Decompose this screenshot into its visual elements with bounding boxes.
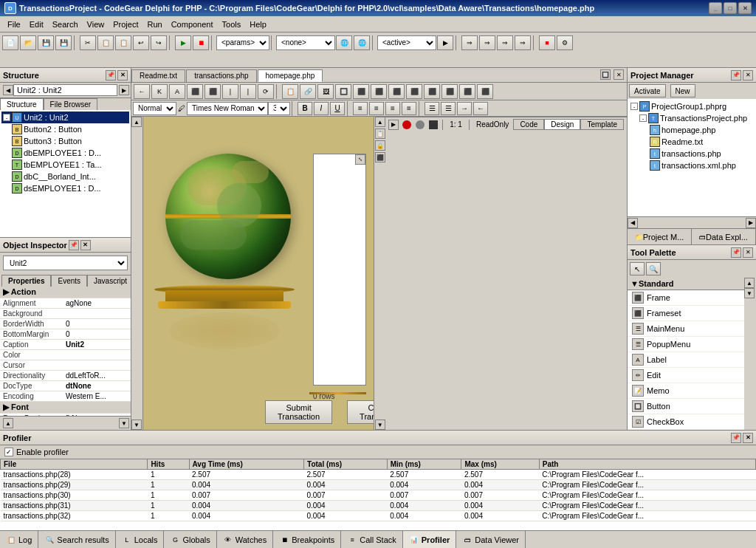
tp-item-frame[interactable]: ⬛ Frame (628, 290, 744, 306)
tp-item-label[interactable]: A Label (628, 352, 744, 368)
tb-debug1[interactable]: ⇒ (461, 35, 478, 50)
pm-tab-data-explorer[interactable]: 🗃 Data Expl... (692, 229, 756, 244)
menu-tools[interactable]: Tools (218, 18, 246, 30)
minimize-button[interactable]: _ (709, 2, 722, 14)
underline-btn[interactable]: U (330, 102, 345, 115)
right-scroll-icon3[interactable]: ⬛ (375, 152, 385, 162)
prop-value-directionality[interactable]: ddLeftToR... (63, 371, 131, 381)
structure-pin-btn[interactable]: 📌 (106, 70, 116, 81)
prop-value-cursor[interactable] (63, 360, 131, 371)
fmt-tb-btn4[interactable]: ⬛ (187, 84, 203, 99)
cancel-transaction-btn[interactable]: Cancel Transaction (347, 400, 374, 424)
prop-value-color[interactable] (63, 350, 131, 360)
props-nav-down[interactable]: ▼ (119, 418, 129, 428)
tree-item-dbc-borland[interactable]: D dbC__Borland_Int... (1, 171, 129, 182)
right-scroll-down[interactable]: ▼ (375, 419, 385, 430)
content-area-box[interactable]: ⤡ (313, 154, 366, 386)
tb-debug3[interactable]: ⇒ (497, 35, 513, 50)
tb-undo[interactable]: ↩ (133, 35, 149, 50)
right-scroll-up[interactable]: ▲ (375, 117, 385, 127)
bottom-tab-locals[interactable]: L Locals (116, 531, 165, 548)
tab-javascript[interactable]: Javascript (87, 275, 131, 287)
pm-tab-project[interactable]: 📁 Project M... (628, 229, 692, 244)
tp-item-mainmenu[interactable]: ☰ MainMenu (628, 321, 744, 337)
bottom-tab-globals[interactable]: G Globals (164, 531, 216, 548)
tree-item-unit2[interactable]: - U Unit2 : Unit2 (1, 112, 129, 123)
maximize-button[interactable]: □ (724, 2, 737, 14)
tb-stop[interactable]: ⏹ (193, 35, 209, 50)
pm-item-transactionsproject[interactable]: - T TransactionsProject.php (629, 112, 755, 124)
tree-item-button3[interactable]: B Button3 : Button (1, 135, 129, 147)
font-select[interactable]: Times New Roman (187, 102, 268, 115)
format-select[interactable]: Normal (133, 102, 176, 115)
bottom-tab-dataviewer[interactable]: 🗃 Data Viewer (456, 531, 526, 548)
resize-handle[interactable]: ⤡ (355, 154, 365, 165)
fmt-tb-btn14[interactable]: ⬛ (371, 84, 387, 99)
pm-expand-projectgroup[interactable]: - (630, 103, 638, 110)
pm-scroll-left[interactable]: ◀ (628, 218, 638, 228)
fmt-tb-btn8[interactable]: ⟳ (258, 84, 274, 99)
tp-scroll-down[interactable]: ▼ (744, 288, 755, 298)
pm-close-btn[interactable]: ✕ (743, 70, 753, 81)
numlist-btn[interactable]: ☰ (441, 102, 456, 115)
align-justify-btn[interactable]: ≡ (402, 102, 416, 115)
active-combo[interactable]: <active> (377, 35, 436, 50)
tab-readme[interactable]: Readme.txt (131, 69, 185, 82)
tp-close-btn[interactable]: ✕ (743, 247, 753, 258)
fmt-tb-btn11[interactable]: 🖼 (317, 84, 334, 99)
prop-directionality[interactable]: Directionality ddLeftToR... (0, 371, 131, 381)
tab-design[interactable]: Design (544, 119, 580, 130)
tb-debug2[interactable]: ⇒ (479, 35, 495, 50)
prop-value-encoding[interactable]: Western E... (63, 391, 131, 402)
fmt-tb-btn5[interactable]: ⬛ (205, 84, 221, 99)
scroll-down-btn[interactable]: ▼ (131, 419, 142, 430)
prop-bottommargin[interactable]: BottomMargin 0 (0, 329, 131, 340)
fmt-tb-btn20[interactable]: ⬛ (477, 84, 493, 99)
fmt-tb-btn12[interactable]: 🔲 (335, 84, 351, 99)
menu-help[interactable]: Help (245, 18, 271, 30)
tb-go[interactable]: ▶ (437, 35, 453, 50)
fmt-tb-btn10[interactable]: 🔗 (300, 84, 316, 99)
fmt-tb-btn16[interactable]: ⬛ (406, 84, 422, 99)
object-select[interactable]: Unit2 (3, 256, 128, 270)
prop-doctype[interactable]: DocType dtNone (0, 381, 131, 391)
tree-item-dbemployee1[interactable]: D dbEMPLOYEE1 : D... (1, 147, 129, 159)
align-left-btn[interactable]: ≡ (353, 102, 368, 115)
tp-item-popupmenu[interactable]: ☰ PopupMenu (628, 337, 744, 352)
tab-homepage[interactable]: homepage.php (258, 69, 323, 82)
tp-pin-btn[interactable]: 📌 (731, 247, 741, 258)
outdent-btn[interactable]: ← (473, 102, 488, 115)
menu-search[interactable]: Search (48, 18, 83, 30)
tb-run[interactable]: ▶ (175, 35, 191, 50)
fmt-tb-btn1[interactable]: ← (134, 84, 150, 99)
list-btn[interactable]: ☰ (425, 102, 439, 115)
prop-value-bottommargin[interactable]: 0 (63, 329, 131, 340)
indent-btn[interactable]: → (457, 102, 472, 115)
prop-encoding[interactable]: Encoding Western E... (0, 391, 131, 402)
tb-redo[interactable]: ↪ (151, 35, 167, 50)
fmt-tb-btn15[interactable]: ⬛ (388, 84, 405, 99)
menu-file[interactable]: File (3, 18, 25, 30)
prop-caption[interactable]: Caption Unit2 (0, 340, 131, 350)
prop-value-background[interactable] (63, 309, 131, 319)
prop-cursor[interactable]: Cursor (0, 360, 131, 371)
tb-copy[interactable]: 📋 (97, 35, 114, 50)
tree-item-tbemployee1[interactable]: T tbEMPLOYEE1 : Ta... (1, 159, 129, 171)
bottom-tab-log[interactable]: 📋 Log (0, 531, 38, 548)
tb-debug4[interactable]: ⇒ (515, 35, 531, 50)
pm-item-readme[interactable]: R Readme.txt (629, 136, 755, 148)
none-combo[interactable]: <none> (276, 35, 335, 50)
tab-file-browser[interactable]: File Browser (44, 98, 98, 110)
pm-item-transactions-xml[interactable]: t transactions.xml.php (629, 160, 755, 171)
tp-item-checkbox[interactable]: ☑ CheckBox (628, 414, 744, 430)
editor-close-btn[interactable]: ✕ (614, 69, 624, 80)
design-canvas[interactable]: ⤡ 0 rows Submit Transaction Cancel Trans… (143, 117, 374, 430)
obj-inspector-pin-btn[interactable]: 📌 (69, 240, 79, 250)
fmt-tb-btn19[interactable]: ⬛ (459, 84, 475, 99)
bold-btn[interactable]: B (298, 102, 312, 115)
prop-color[interactable]: Color (0, 350, 131, 360)
tab-events[interactable]: Events (51, 275, 87, 287)
right-scroll-icon1[interactable]: 📋 (375, 129, 385, 139)
bottom-tab-breakpoints[interactable]: ⏹ Breakpoints (273, 531, 341, 548)
fmt-tb-btn18[interactable]: ⬛ (441, 84, 458, 99)
